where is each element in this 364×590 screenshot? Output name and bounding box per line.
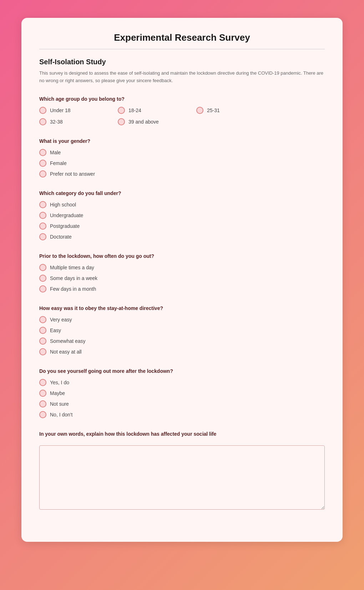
radio-circle <box>118 107 125 114</box>
radio-item-postgraduate[interactable]: Postgraduate <box>39 222 325 230</box>
radio-label-some-days-week: Some days in a week <box>50 275 97 281</box>
radio-circle <box>39 233 46 240</box>
question-label-stay-home: How easy was it to obey the stay-at-home… <box>39 305 325 311</box>
radio-item-highschool[interactable]: High school <box>39 201 325 208</box>
question-go-out-after: Do you see yourself going out more after… <box>39 368 325 418</box>
radio-item-somewhat-easy[interactable]: Somewhat easy <box>39 338 325 345</box>
radio-item-some-days-week[interactable]: Some days in a week <box>39 275 325 282</box>
page-title: Experimental Research Survey <box>39 32 325 43</box>
radio-item-prefer-not[interactable]: Prefer not to answer <box>39 170 325 178</box>
radio-label-highschool: High school <box>50 202 76 208</box>
question-label-age: Which age group do you belong to? <box>39 96 325 102</box>
radio-group-go-out-after: Yes, I do Maybe Not sure No, I don't <box>39 379 325 418</box>
radio-label-18-24: 18-24 <box>128 108 141 113</box>
radio-circle <box>39 348 46 355</box>
radio-item-25-31[interactable]: 25-31 <box>196 107 275 114</box>
question-gender: What is your gender? Male Female Prefer … <box>39 138 325 178</box>
radio-item-undergraduate[interactable]: Undergraduate <box>39 212 325 219</box>
radio-label-somewhat-easy: Somewhat easy <box>50 338 86 344</box>
open-answer-textarea[interactable] <box>39 445 325 510</box>
radio-label-39-above: 39 and above <box>128 119 159 125</box>
radio-label-yes-i-do: Yes, I do <box>50 380 69 385</box>
radio-circle <box>39 390 46 397</box>
radio-label-multiple-day: Multiple times a day <box>50 265 94 270</box>
description: This survey is designed to assess the ea… <box>39 70 325 85</box>
radio-circle <box>39 327 46 334</box>
radio-label-few-days-month: Few days in a month <box>50 286 96 292</box>
radio-circle <box>39 338 46 345</box>
radio-circle <box>39 118 46 125</box>
radio-item-easy[interactable]: Easy <box>39 327 325 334</box>
radio-label-undergraduate: Undergraduate <box>50 212 83 218</box>
question-open-ended: In your own words, explain how this lock… <box>39 431 325 511</box>
radio-group-stay-home: Very easy Easy Somewhat easy Not easy at… <box>39 316 325 355</box>
radio-label-male: Male <box>50 150 61 155</box>
radio-item-very-easy[interactable]: Very easy <box>39 316 325 323</box>
radio-label-doctorate: Doctorate <box>50 234 72 240</box>
radio-circle <box>118 118 125 125</box>
radio-circle <box>39 160 46 167</box>
radio-circle <box>39 275 46 282</box>
radio-label-32-38: 32-38 <box>50 119 63 125</box>
radio-item-maybe[interactable]: Maybe <box>39 390 325 397</box>
radio-group-age: Under 18 18-24 25-31 32-38 39 and above <box>39 107 325 125</box>
radio-label-no-i-dont: No, I don't <box>50 412 72 418</box>
title-divider <box>39 49 325 49</box>
radio-item-32-38[interactable]: 32-38 <box>39 118 118 125</box>
radio-circle <box>39 264 46 271</box>
radio-circle <box>39 411 46 418</box>
question-label-gender: What is your gender? <box>39 138 325 144</box>
study-title: Self-Isolation Study <box>39 58 325 66</box>
question-label-category: Which category do you fall under? <box>39 190 325 196</box>
radio-label-prefer-not: Prefer not to answer <box>50 171 95 177</box>
radio-item-39-above[interactable]: 39 and above <box>118 118 196 125</box>
radio-item-under18[interactable]: Under 18 <box>39 107 118 114</box>
radio-label-female: Female <box>50 160 67 166</box>
radio-circle <box>39 212 46 219</box>
question-age-group: Which age group do you belong to? Under … <box>39 96 325 125</box>
radio-item-not-easy[interactable]: Not easy at all <box>39 348 325 355</box>
radio-item-18-24[interactable]: 18-24 <box>118 107 196 114</box>
radio-group-go-out-freq: Multiple times a day Some days in a week… <box>39 264 325 292</box>
radio-circle <box>39 149 46 156</box>
radio-label-not-sure: Not sure <box>50 401 69 407</box>
radio-item-yes-i-do[interactable]: Yes, I do <box>39 379 325 386</box>
radio-label-under18: Under 18 <box>50 108 71 113</box>
radio-item-no-i-dont[interactable]: No, I don't <box>39 411 325 418</box>
question-go-out-freq: Prior to the lockdown, how often do you … <box>39 253 325 292</box>
radio-label-postgraduate: Postgraduate <box>50 223 80 229</box>
radio-circle <box>39 285 46 292</box>
radio-label-25-31: 25-31 <box>207 108 220 113</box>
radio-item-multiple-day[interactable]: Multiple times a day <box>39 264 325 271</box>
question-label-open: In your own words, explain how this lock… <box>39 431 325 437</box>
radio-circle <box>196 107 203 114</box>
radio-circle <box>39 201 46 208</box>
radio-item-few-days-month[interactable]: Few days in a month <box>39 285 325 292</box>
radio-item-not-sure[interactable]: Not sure <box>39 400 325 408</box>
radio-circle <box>39 222 46 230</box>
radio-group-category: High school Undergraduate Postgraduate D… <box>39 201 325 240</box>
question-label-go-out-freq: Prior to the lockdown, how often do you … <box>39 253 325 259</box>
radio-item-female[interactable]: Female <box>39 160 325 167</box>
radio-label-maybe: Maybe <box>50 390 65 396</box>
radio-circle <box>39 170 46 178</box>
radio-label-easy: Easy <box>50 328 61 333</box>
radio-label-not-easy: Not easy at all <box>50 349 82 355</box>
radio-item-doctorate[interactable]: Doctorate <box>39 233 325 240</box>
question-stay-home-ease: How easy was it to obey the stay-at-home… <box>39 305 325 355</box>
radio-group-gender: Male Female Prefer not to answer <box>39 149 325 178</box>
survey-card: Experimental Research Survey Self-Isolat… <box>21 18 343 542</box>
radio-circle <box>39 379 46 386</box>
question-category: Which category do you fall under? High s… <box>39 190 325 240</box>
radio-circle <box>39 107 46 114</box>
radio-item-male[interactable]: Male <box>39 149 325 156</box>
radio-circle <box>39 400 46 408</box>
radio-label-very-easy: Very easy <box>50 317 72 322</box>
question-label-go-out-after: Do you see yourself going out more after… <box>39 368 325 374</box>
radio-circle <box>39 316 46 323</box>
